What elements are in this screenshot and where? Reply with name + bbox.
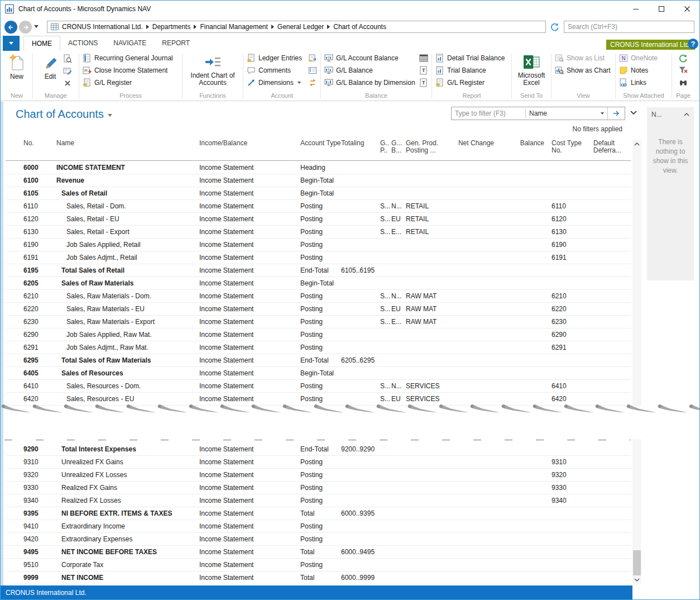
cell-net_change[interactable] — [453, 482, 494, 494]
cell-totaling[interactable]: 6205..6295 — [341, 354, 380, 366]
help-button[interactable]: ? — [688, 39, 698, 49]
cell-no[interactable]: 6420 — [23, 393, 56, 405]
cell-account_type[interactable]: Begin-Total — [300, 187, 341, 199]
cell-no[interactable]: 6100 — [23, 174, 56, 187]
table-row-9290[interactable]: 9290Total Interest ExpensesIncome Statem… — [6, 443, 631, 456]
cell-balance[interactable] — [494, 546, 544, 558]
table-row-6100[interactable]: 6100RevenueIncome StatementBegin-Total — [6, 174, 631, 187]
cell-net_change[interactable] — [453, 187, 494, 199]
cell-no[interactable]: 6410 — [23, 380, 56, 392]
cell-account_type[interactable]: Begin-Total — [300, 277, 341, 289]
cell-name[interactable]: Sales, Resources - Dom. — [56, 380, 199, 392]
cell-gpt[interactable]: S... — [380, 200, 391, 212]
cell-gpp[interactable]: RAW MAT — [406, 290, 453, 302]
cell-account_type[interactable]: Posting — [300, 469, 341, 481]
cell-default_deferral[interactable] — [593, 341, 631, 354]
table-row-9999[interactable]: 9999NET INCOMEIncome StatementTotal6000.… — [6, 572, 631, 584]
cell-cost_type_no[interactable] — [544, 533, 593, 545]
cell-gpt[interactable] — [380, 507, 391, 520]
cell-cost_type_no[interactable] — [544, 443, 593, 455]
notes-button[interactable]: Notes — [618, 64, 669, 76]
cell-gbp[interactable] — [391, 187, 406, 199]
cell-gbp[interactable]: E... — [391, 226, 406, 238]
tab-navigate[interactable]: NAVIGATE — [106, 36, 154, 51]
cell-net_change[interactable] — [453, 546, 494, 558]
cell-name[interactable]: Total Sales of Raw Materials — [56, 354, 199, 366]
cell-marker[interactable] — [6, 367, 23, 379]
collapse-chevron-icon[interactable] — [684, 112, 689, 117]
cell-cost_type_no[interactable] — [544, 572, 593, 584]
cell-balance[interactable] — [494, 328, 544, 341]
cell-cost_type_no[interactable] — [544, 161, 593, 174]
cell-default_deferral[interactable] — [593, 264, 631, 277]
cell-account_type[interactable]: Posting — [300, 316, 341, 328]
column-header[interactable]: Balance — [494, 139, 544, 160]
cell-gbp[interactable] — [391, 264, 406, 277]
cell-gpt[interactable] — [380, 328, 391, 341]
cell-no[interactable]: 6120 — [23, 213, 56, 225]
cell-gbp[interactable] — [391, 239, 406, 251]
table-row-6120[interactable]: 6120Sales, Retail - EUIncome StatementPo… — [6, 213, 631, 226]
cell-gpt[interactable] — [380, 494, 391, 507]
cell-name[interactable]: Total Sales of Retail — [56, 264, 199, 277]
cell-default_deferral[interactable] — [593, 494, 631, 507]
cell-cost_type_no[interactable] — [544, 174, 593, 187]
cell-gbp[interactable] — [391, 520, 406, 532]
cell-income_balance[interactable]: Income Statement — [199, 174, 300, 187]
cell-default_deferral[interactable] — [593, 559, 631, 571]
cell-name[interactable]: Sales, Raw Materials - EU — [56, 303, 199, 315]
cell-net_change[interactable] — [453, 533, 494, 545]
cell-marker[interactable] — [6, 277, 23, 289]
table-row-6195[interactable]: 6195Total Sales of RetailIncome Statemen… — [6, 264, 631, 277]
cell-marker[interactable] — [6, 456, 23, 468]
cell-totaling[interactable]: 6000..9999 — [341, 572, 380, 584]
cell-cost_type_no[interactable]: 9320 — [544, 469, 593, 481]
cell-income_balance[interactable]: Income Statement — [199, 507, 300, 520]
cell-net_change[interactable] — [453, 507, 494, 520]
scrollbar-thumb[interactable] — [633, 550, 641, 575]
cell-default_deferral[interactable] — [593, 226, 631, 238]
cell-gpt[interactable]: S... — [380, 380, 391, 392]
cell-gpp[interactable] — [406, 367, 453, 379]
table-row-6000[interactable]: 6000INCOME STATEMENTIncome StatementHead… — [6, 161, 631, 174]
cell-cost_type_no[interactable]: 6220 — [544, 303, 593, 315]
cell-account_type[interactable]: Posting — [300, 380, 341, 392]
column-header[interactable]: No. — [23, 139, 56, 160]
cell-gbp[interactable] — [391, 161, 406, 174]
cell-balance[interactable] — [494, 239, 544, 251]
cell-gbp[interactable] — [391, 469, 406, 481]
cell-marker[interactable] — [6, 316, 23, 328]
column-header[interactable]: Totaling — [341, 139, 380, 160]
cell-marker[interactable] — [6, 303, 23, 315]
table-row-6291[interactable]: 6291Job Sales Adjmt., Raw Mat.Income Sta… — [6, 341, 631, 354]
cell-name[interactable]: Job Sales Applied, Retail — [56, 239, 199, 251]
cell-totaling[interactable]: 6105..6195 — [341, 264, 380, 277]
cell-marker[interactable] — [6, 341, 23, 354]
cell-income_balance[interactable]: Income Statement — [199, 533, 300, 545]
cell-name[interactable]: Extraordinary Income — [56, 520, 199, 532]
cell-no[interactable]: 9510 — [23, 559, 56, 571]
cell-income_balance[interactable]: Income Statement — [199, 239, 300, 251]
cell-income_balance[interactable]: Income Statement — [199, 393, 300, 405]
cell-gpp[interactable] — [406, 456, 453, 468]
cell-no[interactable]: 9495 — [23, 546, 56, 558]
links-button[interactable]: Links — [618, 77, 669, 88]
cell-name[interactable]: Extraordinary Expenses — [56, 533, 199, 545]
cell-net_change[interactable] — [453, 277, 494, 289]
cell-income_balance[interactable]: Income Statement — [199, 200, 300, 212]
cell-net_change[interactable] — [453, 393, 494, 405]
cell-gbp[interactable] — [391, 277, 406, 289]
cell-account_type[interactable]: Begin-Total — [300, 174, 341, 187]
table-row-9495[interactable]: 9495NET INCOME BEFORE TAXESIncome Statem… — [6, 546, 631, 559]
cell-income_balance[interactable]: Income Statement — [199, 316, 300, 328]
cell-default_deferral[interactable] — [593, 174, 631, 187]
cell-gbp[interactable] — [391, 456, 406, 468]
cell-gbp[interactable]: N... — [391, 200, 406, 212]
cell-no[interactable]: 9290 — [23, 443, 56, 455]
table-row-6190[interactable]: 6190Job Sales Applied, RetailIncome Stat… — [6, 239, 631, 251]
cell-gbp[interactable]: EU — [391, 393, 406, 405]
cell-balance[interactable] — [494, 482, 544, 494]
column-header[interactable]: Default Deferra... — [593, 139, 631, 160]
cell-balance[interactable] — [494, 443, 544, 455]
cell-gbp[interactable]: E... — [391, 316, 406, 328]
